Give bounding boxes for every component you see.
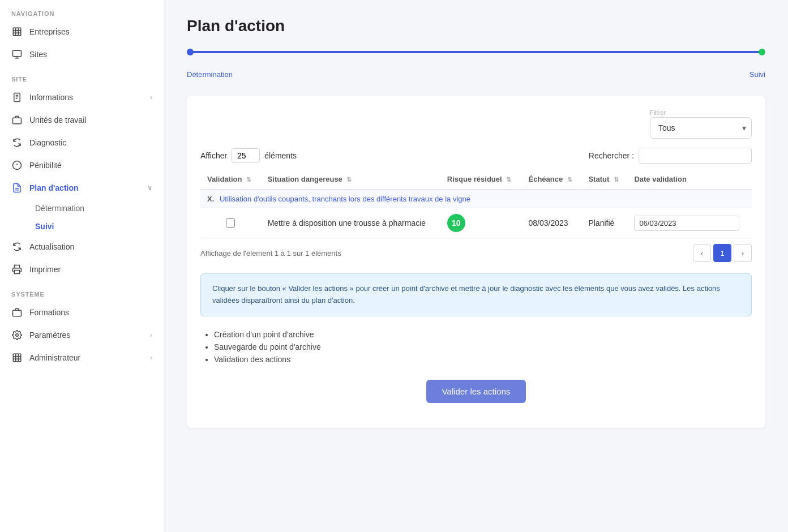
svg-point-9 [16,334,19,337]
sidebar-item-label: Administrateur [29,353,143,362]
doc-icon [11,182,23,194]
main-card: Filtrer Tous Planifié En cours Terminé ▾… [187,96,765,428]
sidebar-item-label: Diagnostic [29,138,152,147]
data-table: Validation ⇅ Situation dangereuse ⇅ Risq… [200,169,752,238]
sidebar-item-unites[interactable]: Unités de travail [0,109,164,131]
plan-action-submenu: Détermination Suivi [0,199,164,235]
date-validation-input[interactable] [634,216,739,231]
table-body: X. Utilisation d'outils coupants, tranch… [200,190,752,238]
sidebar-item-penibilite[interactable]: Pénibilité [0,154,164,177]
navigation-section-label: NAVIGATION [0,0,164,20]
building2-icon [11,352,23,363]
pagination-info: Affichage de l'élément 1 à 1 sur 1 éléme… [200,249,341,258]
archive-item-1: Création d'un point d'archive [214,330,752,339]
col-risque: Risque résiduel ⇅ [440,169,522,190]
submenu-suivi[interactable]: Suivi [29,217,164,235]
risk-badge: 10 [447,214,465,232]
cell-echeance: 08/03/2023 [521,208,581,238]
page-title: Plan d'action [187,17,765,35]
pagination-buttons: ‹ 1 › [693,244,752,262]
sidebar-item-sites[interactable]: Sites [0,43,164,66]
table-group-row: X. Utilisation d'outils coupants, tranch… [200,190,752,208]
validate-btn-row: Valider les actions [200,380,752,403]
svg-rect-8 [13,310,22,316]
sidebar-item-formations[interactable]: Formations [0,301,164,324]
col-label: Statut [588,175,609,183]
cell-validation [200,208,261,238]
sidebar-item-administrateur[interactable]: Administrateur › [0,346,164,369]
filter-label: Filtrer [650,109,752,116]
sidebar-item-diagnostic[interactable]: Diagnostic [0,131,164,154]
sidebar-item-entreprises[interactable]: Entreprises [0,20,164,43]
entries-input[interactable] [232,148,260,163]
clipboard-icon [11,92,23,103]
info-box: Cliquer sur le bouton « Valider les acti… [200,273,752,316]
sidebar-item-plan-action[interactable]: Plan d'action ∨ [0,177,164,199]
sidebar-item-imprimer[interactable]: Imprimer [0,258,164,281]
search-box: Rechercher : [589,148,752,164]
main-content: Plan d'action Détermination Suivi Filtre… [164,0,788,532]
sidebar-item-label: Actualisation [29,242,152,251]
progress-labels: Détermination Suivi [187,70,765,79]
svg-rect-3 [13,118,22,124]
page-1-button[interactable]: 1 [713,244,731,262]
collapse-group-button[interactable]: X. [207,195,214,203]
progress-bar-wrapper: Détermination Suivi [187,51,765,79]
sidebar: NAVIGATION Entreprises Sites SITE Inform… [0,0,164,532]
col-statut: Statut ⇅ [581,169,627,190]
site-section-label: SITE [0,66,164,86]
show-label: Afficher [200,151,227,160]
cell-situation: Mettre à disposition une trousse à pharm… [261,208,440,238]
group-row-cell: X. Utilisation d'outils coupants, tranch… [200,190,752,208]
cell-statut: Planifié [581,208,627,238]
sidebar-item-label: Pénibilité [29,161,152,170]
filter-select[interactable]: Tous Planifié En cours Terminé [650,117,752,139]
sort-icon: ⇅ [567,176,572,183]
sidebar-item-label: Unités de travail [29,115,152,125]
row-checkbox[interactable] [226,218,235,228]
next-page-button[interactable]: › [734,244,752,262]
prev-page-button[interactable]: ‹ [693,244,711,262]
group-row-text: Utilisation d'outils coupants, tranchant… [220,195,470,203]
checkbox-wrapper [207,218,254,228]
cell-date-validation [627,208,752,238]
table-row: Mettre à disposition une trousse à pharm… [200,208,752,238]
col-label: Échéance [528,175,563,183]
sort-icon: ⇅ [506,176,511,183]
progress-label-left: Détermination [187,70,233,79]
sidebar-item-label: Paramètres [29,331,143,340]
progress-dot-left [187,49,194,55]
monitor-icon [11,49,23,60]
diagnostic-icon [11,137,23,148]
filter-select-wrapper: Tous Planifié En cours Terminé ▾ [650,117,752,139]
chevron-down-icon: ∨ [147,184,152,192]
search-input[interactable] [639,148,752,164]
cell-risque: 10 [440,208,522,238]
sidebar-item-parametres[interactable]: Paramètres › [0,324,164,346]
sidebar-item-label: Sites [29,50,152,59]
col-validation: Validation ⇅ [200,169,261,190]
validate-actions-button[interactable]: Valider les actions [426,380,526,403]
refresh2-icon [11,241,23,252]
sidebar-item-label: Informations [29,93,143,102]
search-label: Rechercher : [589,151,634,160]
table-header: Validation ⇅ Situation dangereuse ⇅ Risq… [200,169,752,190]
sidebar-item-label: Entreprises [29,27,152,36]
elements-label: éléments [264,151,297,160]
col-label: Risque résiduel [447,175,502,183]
sort-icon: ⇅ [246,176,251,183]
col-label: Validation [207,175,242,183]
submenu-determination[interactable]: Détermination [29,199,164,217]
gear-icon [11,329,23,341]
sidebar-item-informations[interactable]: Informations › [0,86,164,109]
penibilite-icon [11,160,23,171]
archive-item-3: Validation des actions [214,355,752,364]
filter-row: Filtrer Tous Planifié En cours Terminé ▾ [200,109,752,139]
chevron-right-icon: › [150,93,152,101]
col-label: Date validation [634,175,686,183]
filter-wrapper: Filtrer Tous Planifié En cours Terminé ▾ [650,109,752,139]
print-icon [11,264,23,275]
sort-icon: ⇅ [614,176,619,183]
chevron-right-icon: › [150,331,152,339]
sidebar-item-actualisation[interactable]: Actualisation [0,235,164,258]
